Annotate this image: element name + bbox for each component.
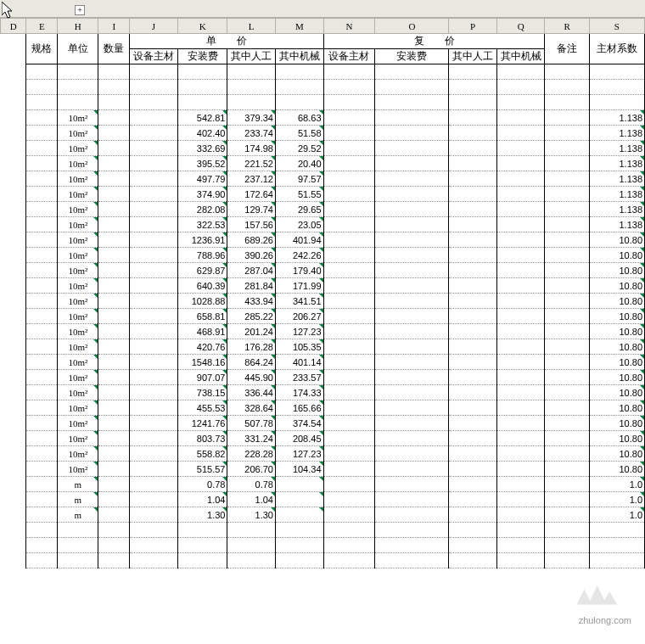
factor[interactable]: 10.80 bbox=[589, 355, 644, 370]
factor[interactable]: 1.138 bbox=[589, 156, 644, 171]
factor[interactable]: 1.138 bbox=[589, 217, 644, 232]
table-row[interactable]: 10m²640.39281.84171.9910.80 bbox=[1, 278, 645, 294]
col-E[interactable]: E bbox=[26, 19, 58, 34]
labor-cost[interactable]: 379.34 bbox=[227, 110, 276, 126]
unit-cell[interactable]: 10m² bbox=[58, 339, 98, 355]
install-fee[interactable]: 1241.76 bbox=[177, 416, 227, 431]
machine-cost[interactable]: 401.94 bbox=[276, 232, 324, 248]
machine-cost[interactable] bbox=[276, 507, 324, 523]
labor-cost[interactable]: 433.94 bbox=[227, 294, 276, 309]
table-row[interactable]: 10m²629.87287.04179.4010.80 bbox=[1, 263, 645, 278]
install-fee[interactable]: 497.79 bbox=[177, 171, 227, 187]
machine-cost[interactable]: 104.34 bbox=[276, 462, 324, 477]
factor[interactable]: 10.80 bbox=[589, 232, 644, 248]
factor[interactable]: 1.0 bbox=[589, 507, 644, 523]
table-row[interactable]: 10m²374.90172.6451.551.138 bbox=[1, 187, 645, 202]
labor-cost[interactable]: 176.28 bbox=[227, 339, 276, 355]
install-fee[interactable]: 542.81 bbox=[177, 110, 227, 126]
machine-cost[interactable]: 20.40 bbox=[276, 156, 324, 171]
machine-cost[interactable]: 242.26 bbox=[276, 248, 324, 263]
labor-cost[interactable]: 172.64 bbox=[227, 187, 276, 202]
unit-cell[interactable]: 10m² bbox=[58, 294, 98, 309]
table-row[interactable]: 10m²282.08129.7429.651.138 bbox=[1, 202, 645, 217]
unit-cell[interactable]: 10m² bbox=[58, 462, 98, 477]
machine-cost[interactable]: 208.45 bbox=[276, 431, 324, 446]
col-S[interactable]: S bbox=[589, 19, 644, 34]
labor-cost[interactable]: 689.26 bbox=[227, 232, 276, 248]
col-O[interactable]: O bbox=[375, 19, 449, 34]
machine-cost[interactable]: 171.99 bbox=[276, 278, 324, 294]
table-row[interactable]: m0.780.781.0 bbox=[1, 477, 645, 492]
labor-cost[interactable]: 390.26 bbox=[227, 248, 276, 263]
labor-cost[interactable]: 0.78 bbox=[227, 477, 276, 492]
table-row[interactable]: 10m²332.69174.9829.521.138 bbox=[1, 141, 645, 156]
unit-cell[interactable]: 10m² bbox=[58, 171, 98, 187]
install-fee[interactable]: 1236.91 bbox=[177, 232, 227, 248]
machine-cost[interactable]: 206.27 bbox=[276, 309, 324, 324]
install-fee[interactable]: 1.30 bbox=[177, 507, 227, 523]
unit-cell[interactable]: 10m² bbox=[58, 309, 98, 324]
table-row[interactable]: 10m²542.81379.3468.631.138 bbox=[1, 110, 645, 126]
labor-cost[interactable]: 201.24 bbox=[227, 324, 276, 339]
table-row[interactable]: 10m²738.15336.44174.3310.80 bbox=[1, 385, 645, 400]
table-row[interactable]: 10m²1548.16864.24401.1410.80 bbox=[1, 355, 645, 370]
factor[interactable]: 10.80 bbox=[589, 324, 644, 339]
install-fee[interactable]: 395.52 bbox=[177, 156, 227, 171]
machine-cost[interactable]: 127.23 bbox=[276, 446, 324, 462]
unit-cell[interactable]: m bbox=[58, 507, 98, 523]
col-M[interactable]: M bbox=[276, 19, 324, 34]
install-fee[interactable]: 738.15 bbox=[177, 385, 227, 400]
unit-cell[interactable]: 10m² bbox=[58, 324, 98, 339]
col-J[interactable]: J bbox=[130, 19, 178, 34]
table-row[interactable]: 10m²322.53157.5623.051.138 bbox=[1, 217, 645, 232]
labor-cost[interactable]: 174.98 bbox=[227, 141, 276, 156]
unit-cell[interactable]: 10m² bbox=[58, 217, 98, 232]
install-fee[interactable]: 282.08 bbox=[177, 202, 227, 217]
table-row[interactable]: 10m²1236.91689.26401.9410.80 bbox=[1, 232, 645, 248]
unit-cell[interactable]: 10m² bbox=[58, 263, 98, 278]
install-fee[interactable]: 322.53 bbox=[177, 217, 227, 232]
unit-cell[interactable]: 10m² bbox=[58, 385, 98, 400]
col-N[interactable]: N bbox=[323, 19, 375, 34]
unit-cell[interactable]: 10m² bbox=[58, 370, 98, 385]
col-L[interactable]: L bbox=[227, 19, 276, 34]
machine-cost[interactable]: 233.57 bbox=[276, 370, 324, 385]
machine-cost[interactable]: 105.35 bbox=[276, 339, 324, 355]
labor-cost[interactable]: 445.90 bbox=[227, 370, 276, 385]
factor[interactable]: 10.80 bbox=[589, 462, 644, 477]
labor-cost[interactable]: 1.30 bbox=[227, 507, 276, 523]
labor-cost[interactable]: 221.52 bbox=[227, 156, 276, 171]
unit-cell[interactable]: m bbox=[58, 477, 98, 492]
labor-cost[interactable]: 864.24 bbox=[227, 355, 276, 370]
factor[interactable]: 10.80 bbox=[589, 431, 644, 446]
unit-cell[interactable]: 10m² bbox=[58, 202, 98, 217]
factor[interactable]: 10.80 bbox=[589, 263, 644, 278]
factor[interactable]: 10.80 bbox=[589, 400, 644, 416]
install-fee[interactable]: 658.81 bbox=[177, 309, 227, 324]
labor-cost[interactable]: 287.04 bbox=[227, 263, 276, 278]
labor-cost[interactable]: 228.28 bbox=[227, 446, 276, 462]
machine-cost[interactable]: 51.58 bbox=[276, 126, 324, 141]
factor[interactable]: 1.0 bbox=[589, 492, 644, 507]
labor-cost[interactable]: 281.84 bbox=[227, 278, 276, 294]
labor-cost[interactable]: 328.64 bbox=[227, 400, 276, 416]
machine-cost[interactable]: 29.52 bbox=[276, 141, 324, 156]
factor[interactable]: 10.80 bbox=[589, 278, 644, 294]
factor[interactable]: 1.138 bbox=[589, 126, 644, 141]
factor[interactable]: 1.138 bbox=[589, 171, 644, 187]
install-fee[interactable]: 468.91 bbox=[177, 324, 227, 339]
machine-cost[interactable]: 374.54 bbox=[276, 416, 324, 431]
machine-cost[interactable]: 23.05 bbox=[276, 217, 324, 232]
col-I[interactable]: I bbox=[98, 19, 130, 34]
table-row[interactable]: 10m²658.81285.22206.2710.80 bbox=[1, 309, 645, 324]
unit-cell[interactable]: 10m² bbox=[58, 187, 98, 202]
col-R[interactable]: R bbox=[545, 19, 589, 34]
machine-cost[interactable]: 68.63 bbox=[276, 110, 324, 126]
install-fee[interactable]: 455.53 bbox=[177, 400, 227, 416]
spreadsheet-grid[interactable]: D E H I J K L M N O P Q R S 规格 单位 数量 单 价… bbox=[0, 17, 645, 644]
machine-cost[interactable] bbox=[276, 477, 324, 492]
machine-cost[interactable]: 174.33 bbox=[276, 385, 324, 400]
table-row[interactable]: 10m²420.76176.28105.3510.80 bbox=[1, 339, 645, 355]
table-row[interactable]: 10m²558.82228.28127.2310.80 bbox=[1, 446, 645, 462]
unit-cell[interactable]: 10m² bbox=[58, 431, 98, 446]
